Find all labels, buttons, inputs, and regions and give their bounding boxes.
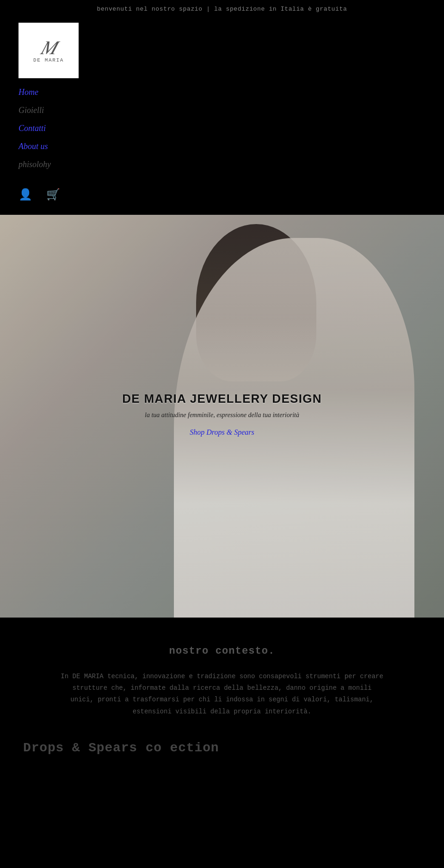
nav-item-contatti[interactable]: Contatti bbox=[18, 124, 426, 133]
nav-item-philosophy[interactable]: phisolohy bbox=[18, 160, 426, 169]
hero-cta-link[interactable]: Shop Drops & Spears bbox=[190, 428, 254, 436]
nav-item-gioielli[interactable]: Gioielli bbox=[18, 106, 426, 115]
announcement-text: benvenuti nel nostro spazio | la spedizi… bbox=[97, 6, 347, 12]
cart-icon[interactable]: 🛒 bbox=[46, 188, 60, 201]
section-body-text: In DE MARIA tecnica, innovazione e tradi… bbox=[60, 671, 384, 718]
content-section: nostro contesto. In DE MARIA tecnica, in… bbox=[0, 618, 444, 778]
section-title: nostro contesto. bbox=[23, 645, 421, 657]
nav-item-about[interactable]: About us bbox=[18, 142, 426, 151]
nav-menu: Home Gioielli Contatti About us phisoloh… bbox=[18, 87, 426, 169]
nav-item-home[interactable]: Home bbox=[18, 87, 426, 97]
main-nav: Home Gioielli Contatti About us phisoloh… bbox=[18, 87, 426, 169]
logo-inner: 𝑀 De Maria bbox=[33, 38, 64, 63]
nav-link-gioielli[interactable]: Gioielli bbox=[18, 106, 44, 115]
hero-section: DE MARIA JEWELLERY DESIGN la tua attitud… bbox=[0, 215, 444, 618]
nav-link-home[interactable]: Home bbox=[18, 87, 38, 97]
logo[interactable]: 𝑀 De Maria bbox=[18, 23, 79, 78]
nav-icons: 👤 🛒 bbox=[18, 183, 426, 206]
nav-link-about[interactable]: About us bbox=[18, 142, 48, 151]
hero-title: DE MARIA JEWELLERY DESIGN bbox=[106, 392, 338, 406]
nav-link-contatti[interactable]: Contatti bbox=[18, 124, 46, 133]
header: 𝑀 De Maria Home Gioielli Contatti About … bbox=[0, 23, 444, 215]
announcement-bar: benvenuti nel nostro spazio | la spedizi… bbox=[0, 0, 444, 18]
user-icon[interactable]: 👤 bbox=[18, 188, 32, 201]
logo-name: De Maria bbox=[33, 57, 64, 63]
collection-title: Drops & Spears co ection bbox=[23, 741, 421, 755]
logo-letter: 𝑀 bbox=[33, 38, 64, 57]
hero-content: DE MARIA JEWELLERY DESIGN la tua attitud… bbox=[106, 392, 338, 437]
hero-subtitle: la tua attitudine femminile, espressione… bbox=[106, 412, 338, 419]
nav-link-philosophy[interactable]: phisolohy bbox=[18, 160, 51, 169]
